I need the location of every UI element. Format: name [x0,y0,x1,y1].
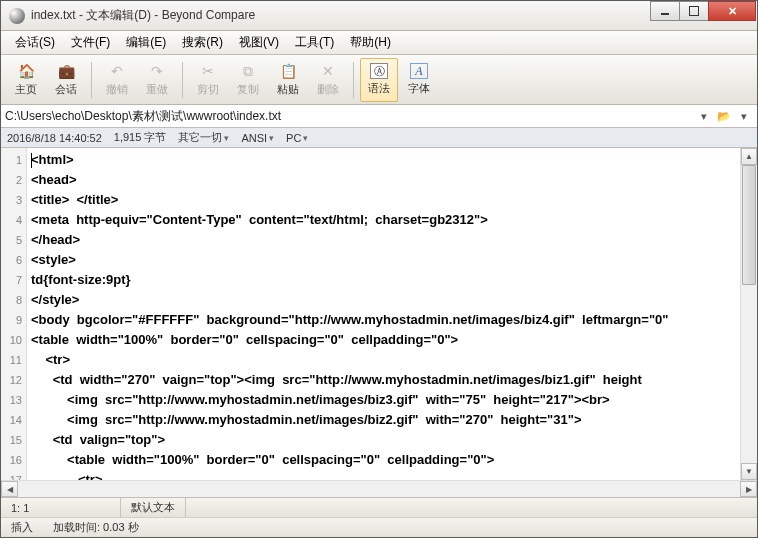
会话-icon: 💼 [57,62,75,80]
line-number: 8 [1,290,22,310]
toolbar-复制: ⧉复制 [229,58,267,102]
scroll-thumb-v[interactable] [742,165,756,285]
lineend-combo[interactable]: PC [286,132,308,144]
browse-button[interactable]: 📂 [715,107,733,125]
toolbar-粘贴[interactable]: 📋粘贴 [269,58,307,102]
主页-icon: 🏠 [17,62,35,80]
删除-icon: ✕ [319,62,337,80]
code-line[interactable]: <img src="http://www.myhostadmin.net/ima… [31,390,753,410]
toolbar-label: 剪切 [197,82,219,97]
撤销-icon: ↶ [108,62,126,80]
scroll-track-h[interactable] [18,481,740,497]
scroll-up-button[interactable]: ▲ [741,148,757,165]
toolbar-separator [182,62,183,98]
code-line[interactable]: <head> [31,170,753,190]
toolbar-会话[interactable]: 💼会话 [47,58,85,102]
line-number: 1 [1,150,22,170]
toolbar-label: 重做 [146,82,168,97]
code-line[interactable]: <title> </title> [31,190,753,210]
path-bar: ▾ 📂 ▾ [1,105,757,128]
menu-工具t[interactable]: 工具(T) [287,31,342,54]
status-bar-1: 1: 1 默认文本 [1,497,757,517]
path-dropdown-button[interactable]: ▾ [695,107,713,125]
code-line[interactable]: <table width="100%" border="0" cellspaci… [31,330,753,350]
charset-combo[interactable]: ANSI [241,132,274,144]
horizontal-scrollbar[interactable]: ◀ ▶ [1,480,757,497]
toolbar-label: 撤销 [106,82,128,97]
cursor-position: 1: 1 [1,498,121,517]
menu-会话s[interactable]: 会话(S) [7,31,63,54]
toolbar-撤销: ↶撤销 [98,58,136,102]
toolbar-label: 字体 [408,81,430,96]
line-number: 14 [1,410,22,430]
line-number: 2 [1,170,22,190]
字体-icon: A [410,63,428,79]
status-bar-2: 插入 加载时间: 0.03 秒 [1,517,757,537]
code-content[interactable]: <html><head><title> </title><meta http-e… [27,148,757,480]
line-number: 12 [1,370,22,390]
encoding-combo[interactable]: 其它一切 [178,130,229,145]
toolbar-主页[interactable]: 🏠主页 [7,58,45,102]
code-line[interactable]: <td width="270" vaign="top"><img src="ht… [31,370,753,390]
path-input[interactable] [5,109,693,123]
line-number: 9 [1,310,22,330]
粘贴-icon: 📋 [279,62,297,80]
code-line[interactable]: <body bgcolor="#FFFFFF" background="http… [31,310,753,330]
重做-icon: ↷ [148,62,166,80]
line-number: 17 [1,470,22,480]
code-line[interactable]: td{font-size:9pt} [31,270,753,290]
line-number: 3 [1,190,22,210]
menubar: 会话(S)文件(F)编辑(E)搜索(R)视图(V)工具(T)帮助(H) [1,31,757,55]
line-number: 5 [1,230,22,250]
line-number: 10 [1,330,22,350]
maximize-button[interactable] [679,1,709,21]
menu-视图v[interactable]: 视图(V) [231,31,287,54]
vertical-scrollbar[interactable]: ▲ ▼ [740,148,757,480]
toolbar-separator [353,62,354,98]
toolbar-label: 粘贴 [277,82,299,97]
file-size: 1,915 字节 [114,130,167,145]
toolbar-字体[interactable]: A字体 [400,58,438,102]
复制-icon: ⧉ [239,62,257,80]
menu-帮助h[interactable]: 帮助(H) [342,31,399,54]
code-line[interactable]: <html> [31,150,753,170]
file-type: 默认文本 [121,498,186,517]
语法-icon: Ⓐ [370,63,388,79]
insert-mode: 插入 [11,520,33,535]
toolbar-删除: ✕删除 [309,58,347,102]
menu-搜索r[interactable]: 搜索(R) [174,31,231,54]
scroll-right-button[interactable]: ▶ [740,481,757,497]
code-line[interactable]: </style> [31,290,753,310]
menu-编辑e[interactable]: 编辑(E) [118,31,174,54]
titlebar: index.txt - 文本编辑(D) - Beyond Compare [1,1,757,31]
code-line[interactable]: <meta http-equiv="Content-Type" content=… [31,210,753,230]
code-line[interactable]: <style> [31,250,753,270]
code-line[interactable]: <td valign="top"> [31,430,753,450]
minimize-button[interactable] [650,1,680,21]
code-line[interactable]: <img src="http://www.myhostadmin.net/ima… [31,410,753,430]
history-dropdown[interactable]: ▾ [735,107,753,125]
code-line[interactable]: <tr> [31,350,753,370]
line-number: 6 [1,250,22,270]
toolbar-label: 删除 [317,82,339,97]
toolbar-label: 语法 [368,81,390,96]
menu-文件f[interactable]: 文件(F) [63,31,118,54]
toolbar-separator [91,62,92,98]
code-line[interactable]: <tr> [31,470,753,480]
line-number: 15 [1,430,22,450]
line-number: 13 [1,390,22,410]
window-title: index.txt - 文本编辑(D) - Beyond Compare [31,7,651,24]
toolbar-语法[interactable]: Ⓐ语法 [360,58,398,102]
code-line[interactable]: <table width="100%" border="0" cellspaci… [31,450,753,470]
line-number: 4 [1,210,22,230]
toolbar-剪切: ✂剪切 [189,58,227,102]
app-icon [9,8,25,24]
line-number: 16 [1,450,22,470]
code-line[interactable]: </head> [31,230,753,250]
close-button[interactable] [708,1,756,21]
line-number: 11 [1,350,22,370]
scroll-down-button[interactable]: ▼ [741,463,757,480]
scroll-left-button[interactable]: ◀ [1,481,18,497]
line-number: 7 [1,270,22,290]
load-time: 加载时间: 0.03 秒 [53,520,139,535]
